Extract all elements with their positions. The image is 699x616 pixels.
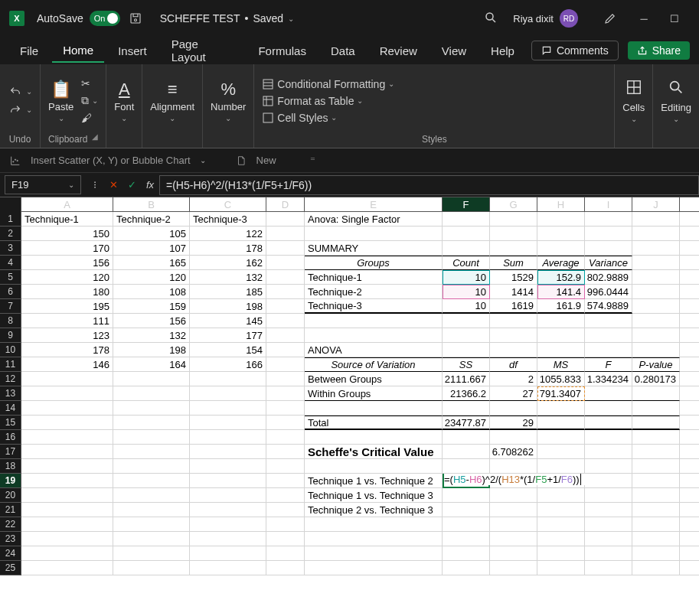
cell-F2[interactable] — [443, 227, 490, 241]
cell-A21[interactable] — [21, 503, 113, 517]
cell-K2[interactable] — [680, 227, 699, 241]
cell-B8[interactable]: 156 — [113, 314, 190, 328]
cell-I24[interactable] — [585, 546, 632, 561]
row-header-24[interactable]: 24 — [0, 546, 21, 561]
cell-G2[interactable] — [490, 227, 537, 241]
cell-D12[interactable] — [266, 372, 305, 386]
cell-G12[interactable]: 2 — [490, 372, 537, 386]
cell-I11[interactable]: F — [585, 357, 632, 372]
col-header-c[interactable]: C — [190, 197, 266, 212]
cell-J18[interactable] — [632, 459, 680, 474]
cell-E17[interactable]: Scheffe's Critical Value — [305, 445, 443, 459]
cell-J10[interactable] — [632, 343, 680, 357]
tab-review[interactable]: Review — [369, 40, 428, 62]
cell-I7[interactable]: 574.9889 — [585, 299, 632, 314]
cell-H13[interactable]: 791.3407 — [537, 386, 585, 401]
cell-F3[interactable] — [443, 241, 490, 256]
cell-G8[interactable] — [490, 314, 537, 328]
cell-E6[interactable]: Technique-2 — [305, 285, 443, 299]
cell-I23[interactable] — [585, 532, 632, 546]
row-header-23[interactable]: 23 — [0, 532, 21, 546]
cell-K16[interactable] — [680, 430, 699, 445]
cell-K22[interactable] — [680, 517, 699, 532]
filename[interactable]: SCHEFFE TEST • Saved ⌄ — [160, 12, 294, 24]
col-header-h[interactable]: H — [537, 197, 585, 212]
cell-I18[interactable] — [585, 459, 632, 474]
cell-A20[interactable] — [21, 488, 113, 503]
tab-home[interactable]: Home — [52, 39, 104, 63]
cell-H1[interactable] — [537, 212, 585, 227]
cell-H4[interactable]: Average — [537, 256, 585, 270]
cell-E5[interactable]: Technique-1 — [305, 270, 443, 285]
cell-B16[interactable] — [113, 430, 190, 445]
cancel-button[interactable]: ✕ — [104, 179, 122, 191]
col-header-f[interactable]: F — [443, 197, 490, 212]
cell-H9[interactable] — [537, 328, 585, 343]
cell-F1[interactable] — [443, 212, 490, 227]
cell-G24[interactable] — [490, 546, 537, 561]
cell-B13[interactable] — [113, 386, 190, 401]
cell-H24[interactable] — [537, 546, 585, 561]
format-as-table-button[interactable]: Format as Table ⌄ — [262, 95, 363, 107]
cell-H23[interactable] — [537, 532, 585, 546]
cell-J15[interactable] — [632, 416, 680, 430]
cell-K6[interactable] — [680, 285, 699, 299]
cell-H21[interactable] — [537, 503, 585, 517]
row-header-20[interactable]: 20 — [0, 488, 21, 503]
cell-H17[interactable] — [537, 445, 585, 459]
cell-D7[interactable] — [266, 299, 305, 314]
tab-data[interactable]: Data — [320, 40, 366, 62]
row-header-15[interactable]: 15 — [0, 416, 21, 430]
cell-C11[interactable]: 166 — [190, 357, 266, 372]
cell-K18[interactable] — [680, 459, 699, 474]
cell-B3[interactable]: 107 — [113, 241, 190, 256]
cell-H3[interactable] — [537, 241, 585, 256]
cell-E22[interactable] — [305, 517, 443, 532]
cell-A7[interactable]: 195 — [21, 299, 113, 314]
cell-J7[interactable] — [632, 299, 680, 314]
cell-I12[interactable]: 1.334234 — [585, 372, 632, 386]
cell-G23[interactable] — [490, 532, 537, 546]
col-header-d[interactable]: D — [266, 197, 305, 212]
cell-J6[interactable] — [632, 285, 680, 299]
cell-D13[interactable] — [266, 386, 305, 401]
cell-J19[interactable] — [632, 474, 680, 488]
cell-I6[interactable]: 996.0444 — [585, 285, 632, 299]
cell-A6[interactable]: 180 — [21, 285, 113, 299]
cell-A3[interactable]: 170 — [21, 241, 113, 256]
cell-F7[interactable]: 10 — [443, 299, 490, 314]
cell-J24[interactable] — [632, 546, 680, 561]
cell-B15[interactable] — [113, 416, 190, 430]
cell-A17[interactable] — [21, 445, 113, 459]
cell-C22[interactable] — [190, 517, 266, 532]
cell-F13[interactable]: 21366.2 — [443, 386, 490, 401]
cell-H18[interactable] — [537, 459, 585, 474]
cell-K15[interactable] — [680, 416, 699, 430]
cell-J12[interactable]: 0.280173 — [632, 372, 680, 386]
cell-G16[interactable] — [490, 430, 537, 445]
cell-E2[interactable] — [305, 227, 443, 241]
cell-J22[interactable] — [632, 517, 680, 532]
cell-H14[interactable] — [537, 401, 585, 416]
copy-button[interactable]: ⧉ ⌄ — [81, 94, 98, 107]
cell-B14[interactable] — [113, 401, 190, 416]
cell-J9[interactable] — [632, 328, 680, 343]
cell-E18[interactable] — [305, 459, 443, 474]
cell-A14[interactable] — [21, 401, 113, 416]
cell-C13[interactable] — [190, 386, 266, 401]
cell-E3[interactable]: SUMMARY — [305, 241, 443, 256]
cell-G4[interactable]: Sum — [490, 256, 537, 270]
cell-K14[interactable] — [680, 401, 699, 416]
cell-F25[interactable] — [443, 561, 490, 575]
cell-D19[interactable] — [266, 474, 305, 488]
cell-A16[interactable] — [21, 430, 113, 445]
tab-formulas[interactable]: Formulas — [247, 40, 317, 62]
cell-H7[interactable]: 161.9 — [537, 299, 585, 314]
dialog-launcher-icon[interactable]: ◢ — [92, 132, 98, 146]
cell-B12[interactable] — [113, 372, 190, 386]
cell-H6[interactable]: 141.4 — [537, 285, 585, 299]
cell-F17[interactable] — [443, 445, 490, 459]
cell-F11[interactable]: SS — [443, 357, 490, 372]
col-header-g[interactable]: G — [490, 197, 537, 212]
cell-I20[interactable] — [585, 488, 632, 503]
